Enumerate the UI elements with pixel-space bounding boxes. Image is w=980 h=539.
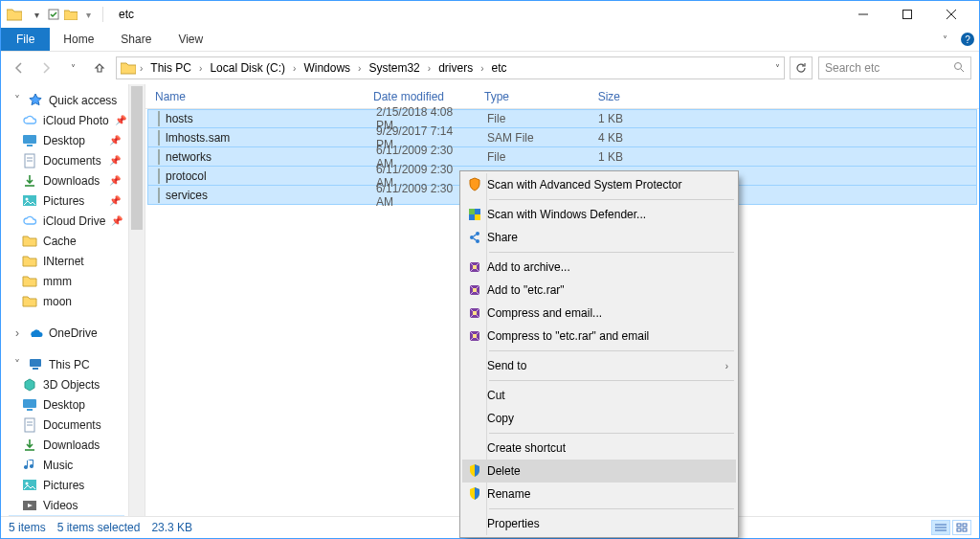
menu-item[interactable]: Properties: [462, 512, 736, 535]
qat-newfolder-icon[interactable]: [64, 8, 78, 21]
menu-item[interactable]: Send to›: [462, 354, 736, 377]
nav-quick-access[interactable]: ˅Quick access: [9, 90, 124, 110]
address-bar[interactable]: › This PC› Local Disk (C:)› Windows› Sys…: [116, 56, 785, 79]
file-row[interactable]: networks6/11/2009 2:30 AMFile1 KB: [147, 147, 977, 167]
nav-back-button[interactable]: [9, 57, 30, 79]
ribbon-expand-icon[interactable]: ˅: [933, 28, 956, 51]
menu-item[interactable]: Copy: [462, 407, 736, 430]
menu-item[interactable]: Scan with Windows Defender...: [462, 203, 736, 226]
nav-quick-item[interactable]: Downloads📌: [9, 170, 124, 191]
nav-quick-item[interactable]: INternet: [9, 251, 124, 271]
pin-icon: 📌: [111, 215, 126, 226]
menu-item[interactable]: Compress and email...: [462, 302, 736, 325]
nav-quick-item[interactable]: Pictures📌: [9, 191, 124, 211]
qat-customize-icon[interactable]: ▾: [81, 8, 95, 21]
nav-pc-item[interactable]: Downloads: [9, 435, 124, 455]
refresh-button[interactable]: [790, 56, 813, 79]
breadcrumb-root-sep[interactable]: ›: [138, 63, 145, 74]
svg-point-5: [955, 62, 962, 69]
svg-rect-32: [957, 524, 961, 527]
help-icon[interactable]: ?: [956, 28, 979, 51]
nav-this-pc[interactable]: ˅This PC: [9, 354, 124, 374]
menu-label: Add to archive...: [487, 260, 717, 274]
nav-pc-item[interactable]: Music: [9, 455, 124, 475]
file-type: File: [478, 112, 573, 125]
breadcrumb-item[interactable]: etc: [488, 61, 511, 75]
minimize-button[interactable]: [841, 1, 885, 28]
close-button[interactable]: [929, 1, 973, 28]
window-controls: [841, 1, 973, 28]
ribbon-tab-home[interactable]: Home: [50, 28, 107, 51]
window-folder-icon: [7, 8, 22, 21]
breadcrumb-item[interactable]: Windows: [300, 61, 354, 75]
expand-icon[interactable]: ˅: [12, 358, 22, 371]
ribbon-tab-view[interactable]: View: [165, 28, 216, 51]
nav-forward-button[interactable]: [35, 57, 56, 79]
menu-item[interactable]: Scan with Advanced System Protector: [462, 173, 736, 196]
ribbon-tab-file[interactable]: File: [1, 28, 50, 51]
status-size: 23.3 KB: [151, 521, 192, 534]
share-icon: [462, 230, 487, 245]
file-name: services: [166, 189, 208, 202]
nav-onedrive[interactable]: ›OneDrive: [9, 323, 124, 343]
col-size[interactable]: Size: [570, 90, 630, 103]
folder-icon: [22, 234, 37, 249]
nav-quick-item[interactable]: Documents📌: [9, 150, 124, 170]
file-row[interactable]: hosts2/15/2018 4:08 PMFile1 KB: [147, 109, 977, 128]
breadcrumb-item[interactable]: System32: [365, 61, 423, 75]
breadcrumb-item[interactable]: Local Disk (C:): [206, 61, 289, 75]
nav-pc-item[interactable]: Documents: [9, 415, 124, 435]
svg-point-14: [26, 197, 29, 200]
address-dropdown-icon[interactable]: ˅: [775, 63, 780, 74]
nav-quick-item[interactable]: moon: [9, 291, 124, 311]
breadcrumb-item[interactable]: drivers: [434, 61, 477, 75]
nav-label: Documents: [43, 154, 101, 168]
nav-pc-item[interactable]: Videos: [9, 495, 124, 515]
menu-item[interactable]: Compress to "etc.rar" and email: [462, 325, 736, 348]
scrollbar-thumb[interactable]: [131, 86, 143, 230]
nav-scrollbar[interactable]: [128, 84, 145, 516]
star-icon: [28, 93, 43, 108]
breadcrumb-item[interactable]: This PC: [146, 61, 195, 75]
nav-pc-item[interactable]: Local Disk (C:): [9, 515, 124, 516]
menu-item[interactable]: Cut: [462, 384, 736, 407]
view-large-button[interactable]: [952, 520, 971, 535]
nav-quick-item[interactable]: iCloud Drive📌: [9, 211, 124, 231]
nav-quick-item[interactable]: Cache: [9, 231, 124, 251]
menu-item[interactable]: Create shortcut: [462, 437, 736, 460]
svg-rect-7: [23, 135, 36, 144]
menu-item[interactable]: Delete: [462, 460, 736, 483]
folder-icon: [22, 438, 37, 453]
menu-item[interactable]: Add to "etc.rar": [462, 279, 736, 302]
menu-item[interactable]: Rename: [462, 483, 736, 505]
nav-pc-item[interactable]: Pictures: [9, 475, 124, 495]
nav-label: Downloads: [43, 174, 100, 188]
search-box[interactable]: Search etc: [818, 56, 971, 79]
nav-pc-item[interactable]: 3D Objects: [9, 374, 124, 394]
file-name: networks: [166, 150, 212, 164]
nav-pc-item[interactable]: Desktop: [9, 394, 124, 415]
view-details-button[interactable]: [931, 520, 950, 535]
nav-quick-item[interactable]: Desktop📌: [9, 130, 124, 150]
ribbon-tab-share[interactable]: Share: [107, 28, 165, 51]
nav-label: Pictures: [43, 194, 84, 208]
menu-item[interactable]: Share: [462, 226, 736, 249]
col-date[interactable]: Date modified: [364, 90, 475, 103]
nav-recent-dropdown[interactable]: ˅: [62, 57, 83, 79]
col-type[interactable]: Type: [475, 90, 570, 103]
folder-icon: [22, 458, 37, 473]
menu-item[interactable]: Add to archive...: [462, 256, 736, 279]
nav-quick-item[interactable]: mmm: [9, 271, 124, 291]
file-row[interactable]: lmhosts.sam9/29/2017 7:14 PMSAM File4 KB: [147, 128, 977, 147]
file-size: 1 KB: [573, 150, 633, 164]
expand-icon[interactable]: ˅: [12, 94, 22, 107]
col-name[interactable]: Name: [145, 90, 364, 103]
menu-separator: [489, 508, 734, 509]
qat-properties-icon[interactable]: [47, 8, 60, 21]
nav-up-button[interactable]: [89, 57, 110, 79]
maximize-button[interactable]: [885, 1, 929, 28]
qat-dropdown-icon[interactable]: ▾: [30, 8, 43, 21]
nav-label: iCloud Photo: [43, 114, 109, 127]
nav-quick-item[interactable]: iCloud Photo📌: [9, 110, 124, 130]
expand-icon[interactable]: ›: [12, 326, 22, 340]
